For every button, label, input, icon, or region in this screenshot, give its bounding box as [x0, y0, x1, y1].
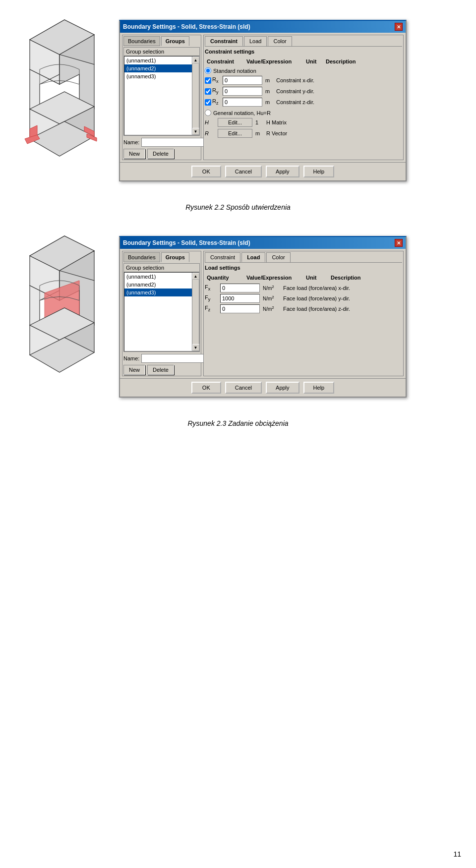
- dialog1-title: Boundary Settings - Solid, Stress-Strain…: [123, 23, 250, 30]
- ok-button-1[interactable]: OK: [191, 166, 221, 177]
- cancel-button-2[interactable]: Cancel: [225, 382, 262, 394]
- load-header: Quantity Value/Expression Unit Descripti…: [205, 274, 402, 282]
- scrollbar-down-1[interactable]: ▼: [192, 128, 199, 135]
- group-item-1-2[interactable]: (unnamed3): [124, 72, 192, 80]
- load-col-qty: Quantity: [207, 275, 246, 281]
- help-button-2[interactable]: Help: [303, 382, 335, 394]
- ry-unit: m: [265, 88, 273, 94]
- group-selection-title-1: Group selection: [124, 48, 199, 56]
- load-row-fz: Fz N/m2 Face load (force/area) z-dir.: [205, 304, 402, 313]
- tab-constraint-1[interactable]: Constraint: [205, 36, 243, 46]
- h-edit-button[interactable]: Edit...: [218, 118, 252, 127]
- load-col-unit: Unit: [306, 275, 331, 281]
- rz-checkbox[interactable]: [205, 99, 211, 106]
- figure1-caption: Rysunek 2.2 Sposób utwierdzenia: [185, 203, 291, 211]
- dialog-2: Boundary Settings - Solid, Stress-Strain…: [119, 236, 407, 398]
- fz-desc: Face load (force/area) z-dir.: [283, 306, 350, 312]
- tab-color-2[interactable]: Color: [266, 252, 290, 262]
- new-button-1[interactable]: New: [123, 149, 145, 159]
- scrollbar-2: ▲ ▼: [192, 273, 199, 351]
- fy-unit: N/m2: [263, 295, 280, 301]
- scrollbar-up-2[interactable]: ▲: [192, 273, 199, 280]
- scrollbar-1: ▲ ▼: [192, 57, 199, 135]
- fz-unit: N/m2: [263, 305, 280, 312]
- dialog2-footer: OK Cancel Apply Help: [120, 378, 406, 397]
- apply-button-2[interactable]: Apply: [266, 382, 299, 394]
- delete-button-1[interactable]: Delete: [147, 149, 174, 159]
- rx-input[interactable]: [223, 76, 262, 85]
- scrollbar-up-1[interactable]: ▲: [192, 57, 199, 63]
- name-label-1: Name:: [123, 139, 139, 145]
- rz-input[interactable]: [223, 98, 262, 107]
- group-list-wrapper-1: (unnamed1) (unnamed2) (unnamed3) ▲ ▼: [124, 56, 199, 135]
- group-item-2-0[interactable]: (unnamed1): [124, 273, 192, 281]
- tab-groups-2[interactable]: Groups: [161, 252, 189, 262]
- cancel-button-1[interactable]: Cancel: [225, 166, 262, 177]
- standard-notation-row: Standard notation: [205, 67, 402, 74]
- rz-checkbox-label: Rz: [205, 98, 220, 106]
- new-button-2[interactable]: New: [123, 365, 145, 375]
- general-notation-row: General notation, Hu=R: [205, 110, 402, 116]
- r-label: R: [205, 130, 215, 136]
- ry-checkbox[interactable]: [205, 88, 211, 95]
- tab-load-2[interactable]: Load: [241, 252, 265, 262]
- btn-row-1: New Delete: [123, 149, 200, 159]
- delete-button-2[interactable]: Delete: [147, 365, 174, 375]
- dialog2-right-tabs: Constraint Load Color: [205, 252, 402, 263]
- ry-checkbox-label: Ry: [205, 87, 220, 95]
- rz-unit: m: [265, 99, 273, 105]
- group-list-wrapper-2: (unnamed1) (unnamed2) (unnamed3) ▲ ▼: [124, 272, 199, 351]
- constraint-row-rx: Rx m Constraint x-dir.: [205, 76, 402, 85]
- dialog1-left-panel: Boundaries Groups Group selection (unnam…: [122, 35, 201, 160]
- name-input-2[interactable]: [141, 354, 211, 363]
- tab-boundaries-2[interactable]: Boundaries: [123, 252, 160, 262]
- name-label-2: Name:: [123, 355, 139, 361]
- model-sketch-2: [10, 226, 119, 395]
- general-notation-radio[interactable]: [205, 110, 211, 116]
- scrollbar-down-2[interactable]: ▼: [192, 344, 199, 351]
- group-item-2-2[interactable]: (unnamed3): [124, 289, 192, 296]
- constraint-settings-title: Constraint settings: [205, 49, 402, 55]
- group-item-1-0[interactable]: (unnamed1): [124, 57, 192, 64]
- rx-checkbox-label: Rx: [205, 76, 220, 84]
- dialog1-titlebar: Boundary Settings - Solid, Stress-Strain…: [120, 21, 406, 33]
- group-items-area-1: (unnamed1) (unnamed2) (unnamed3): [124, 57, 192, 135]
- apply-button-1[interactable]: Apply: [266, 166, 299, 177]
- figure2-content: Boundary Settings - Solid, Stress-Strain…: [10, 226, 466, 414]
- fx-label: Fx: [205, 284, 217, 291]
- rx-label: Rx: [212, 76, 218, 84]
- load-settings-title: Load settings: [205, 265, 402, 271]
- rx-checkbox[interactable]: [205, 77, 211, 84]
- h-unit: 1: [255, 119, 263, 125]
- page-container: Boundary Settings - Solid, Stress-Strain…: [0, 0, 476, 868]
- group-item-1-1[interactable]: (unnamed2): [124, 64, 192, 72]
- tab-boundaries-1[interactable]: Boundaries: [123, 36, 160, 46]
- fx-unit: N/m2: [263, 285, 280, 291]
- tab-groups-1[interactable]: Groups: [161, 36, 189, 46]
- dialog1-close-button[interactable]: ✕: [395, 23, 403, 31]
- ry-input[interactable]: [223, 87, 262, 96]
- fy-input[interactable]: [220, 294, 260, 303]
- r-edit-button[interactable]: Edit...: [218, 129, 252, 138]
- dialog1-right-tabs: Constraint Load Color: [205, 36, 402, 47]
- dialog2-left-panel: Boundaries Groups Group selection (unnam…: [122, 251, 201, 376]
- help-button-1[interactable]: Help: [303, 166, 335, 177]
- group-item-2-1[interactable]: (unnamed2): [124, 281, 192, 289]
- standard-notation-radio[interactable]: [205, 67, 211, 74]
- constraint-row-ry: Ry m Constraint y-dir.: [205, 87, 402, 96]
- dialog2-close-button[interactable]: ✕: [395, 239, 403, 247]
- ok-button-2[interactable]: OK: [191, 382, 221, 394]
- tab-load-1[interactable]: Load: [244, 36, 267, 46]
- fx-input[interactable]: [220, 284, 260, 292]
- tab-color-1[interactable]: Color: [268, 36, 292, 46]
- rz-label: Rz: [212, 98, 218, 106]
- group-selection-title-2: Group selection: [124, 264, 199, 272]
- general-notation-section: General notation, Hu=R H Edit... 1 H Mat…: [205, 110, 402, 138]
- figure1-section: Boundary Settings - Solid, Stress-Strain…: [10, 10, 466, 211]
- tab-constraint-2[interactable]: Constraint: [205, 252, 240, 262]
- fz-input[interactable]: [220, 304, 260, 313]
- btn-row-2: New Delete: [123, 365, 200, 375]
- name-input-1[interactable]: [141, 138, 211, 147]
- group-selection-box-1: Group selection (unnamed1) (unnamed2) (u…: [123, 47, 200, 136]
- group-selection-box-2: Group selection (unnamed1) (unnamed2) (u…: [123, 263, 200, 352]
